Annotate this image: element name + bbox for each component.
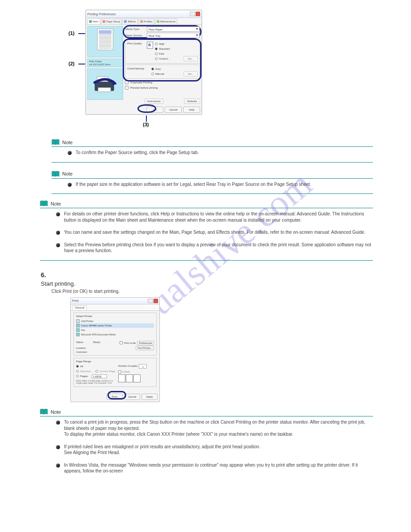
preview-panel: Plain Paper A4 210.0x297.0mm [87,26,123,104]
close-window-button[interactable] [154,299,158,303]
printer-icon [76,324,80,327]
find-printer-button[interactable]: Find Printer... [136,346,154,350]
print-dialog-figure: Print General Select Printer Add Printer… [70,297,373,403]
printer-item-xps[interactable]: Microsoft XPS Document Writer [76,332,154,337]
svg-rect-2 [98,88,111,92]
paper-source-select[interactable]: Rear Tray [147,33,200,38]
tab-general[interactable]: General [72,305,87,310]
page-range-label: Page Range [76,360,154,363]
note-heading: Note [40,408,373,415]
bottom-bullet-3: In Windows Vista, the message "Windows n… [56,462,373,474]
annotation-3-label: (3) [143,122,149,127]
tab-effects-label: Effects [128,20,136,23]
tab-pagesetup-icon [103,20,105,23]
paper-caption: Plain Paper A4 210.0x297.0mm [87,59,123,67]
print-dialog-tabs: General [71,305,159,311]
help-window-button[interactable] [190,12,195,16]
range-selection-radio: Selection Current Page [76,369,116,374]
note-icon [51,139,60,146]
copies-label: Number of copies: [118,365,138,367]
note-icon [40,408,48,415]
comment-label: Comment: [76,351,87,353]
tab-page-setup[interactable]: Page Setup [101,18,122,24]
print-to-file-label: Print to file [124,342,136,344]
printer-icon [76,328,80,332]
range-pages-label: Pages: [80,375,89,378]
dialog-titlebar: Printing Preferences [86,10,201,18]
divider [40,208,373,208]
media-type-select[interactable]: Plain Paper [147,26,200,32]
note-bullet-1: To confirm the Paper Source setting, cli… [68,150,373,156]
tab-maintenance-icon [157,20,159,23]
range-selection-label: Selection [80,370,91,373]
print-dialog-title: Print [72,299,78,302]
preferences-button[interactable]: Preferences [137,341,154,345]
help-window-button[interactable] [148,299,153,303]
annotation-1-label: (1) [68,30,74,36]
help-button[interactable]: Help [183,107,200,113]
range-all-label: All [80,365,83,368]
print-to-file-checkbox[interactable] [120,341,123,344]
window-buttons [190,12,200,16]
tab-main[interactable]: Main [87,18,100,24]
printer-item-add[interactable]: Add Printer [76,319,154,323]
tab-effects-icon [124,20,127,23]
tab-pagesetup-label: Page Setup [106,20,120,23]
annotation-3-oval [137,104,156,113]
status-label: Status: [76,341,84,343]
close-window-button[interactable] [196,12,200,16]
printer-icon [76,319,80,323]
copies-row: Number of copies: 1 [118,364,154,369]
page-range-group: Page Range All Selection Current Page Pa… [73,358,157,387]
printer-item-canon[interactable]: Canon MP### series Printer [76,323,154,328]
divider [51,162,373,163]
collate-row: Collate [118,370,154,373]
printer-icon [76,333,80,336]
note-title: Note [51,201,61,206]
note-bullet-2: If the paper size in the application sof… [68,181,373,188]
preview-label: Preview before printing [130,86,158,89]
note-title: Note [62,171,73,176]
range-all-radio[interactable]: All [76,364,116,369]
select-printer-label: Select Printer [76,315,154,317]
quality-preview-icon [146,41,154,49]
tab-maintenance[interactable]: Maintenance [155,18,177,24]
printer-item-fax[interactable]: Fax [76,328,154,332]
annotation-2-oval [123,39,201,82]
note-icon [40,200,48,207]
print-apply-button[interactable]: Apply [141,394,158,400]
tab-profiles[interactable]: Profiles [138,18,154,24]
printing-preferences-dialog: Printing Preferences Main Page Setup Eff… [86,10,202,115]
window-buttons [148,299,158,303]
preview-checkbox[interactable]: Preview before printing [125,85,200,90]
range-pages-radio[interactable]: Pages: 1-65535 [76,374,116,379]
range-currentpage-label: Current Page [99,370,116,373]
note-heading: Note [40,200,373,207]
dialog-footer: OK Cancel Help [86,105,201,114]
step-subtitle: Click Print (or OK) to start printing. [51,289,373,294]
print-cancel-button[interactable]: Cancel [124,394,140,400]
settings-panel: Media Type: Plain Paper Paper Source: Re… [125,26,200,104]
print-dialog-titlebar: Print [71,298,159,305]
note-bullet-3c: Select the Preview before printing check… [56,242,373,254]
collate-label: Collate [122,370,130,373]
bottom-bullet-2-text: If printed ruled lines are misaligned or… [64,444,260,449]
defaults-button[interactable]: Defaults [184,99,200,104]
note-title: Note [51,409,61,415]
instructions-button[interactable]: Instructions [145,99,163,104]
note-bullet-3b: You can name and save the settings chang… [56,229,373,236]
paper-icon [97,29,113,50]
cancel-button[interactable]: Cancel [165,107,182,113]
tab-profiles-label: Profiles [144,20,153,23]
bottom-bullet-1: To cancel a print job in progress, press… [56,419,373,438]
printer-item-label: Canon MP### series Printer [81,324,112,327]
print-button-highlight [107,391,126,399]
annotation-3-line [146,116,147,122]
pages-input[interactable]: 1-65535 [92,374,107,378]
note-bullet-3a: For details on other printer driver func… [56,211,373,223]
copies-spinner[interactable]: 1 [139,364,147,369]
divider [40,260,373,261]
note-icon [51,171,60,177]
tab-effects[interactable]: Effects [122,18,137,24]
bottom-bullet-1-text: To cancel a print job in progress, press… [64,420,365,431]
